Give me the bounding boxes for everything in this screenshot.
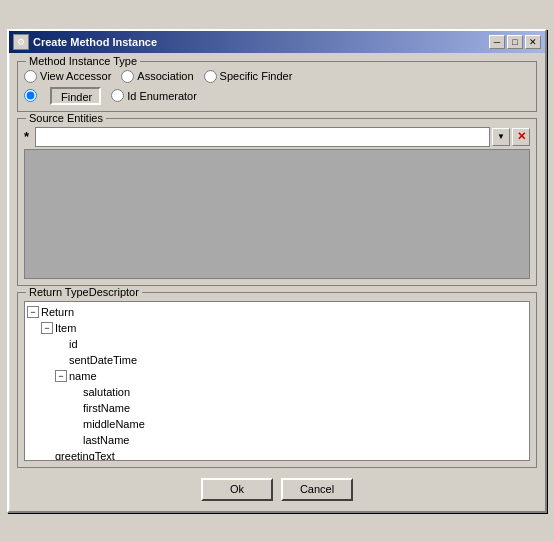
window-icon: ⚙ [13, 34, 29, 50]
window-body: Method Instance Type View Accessor Assoc… [9, 53, 545, 511]
tree-node: lastName [27, 432, 527, 448]
tree-node[interactable]: −name [27, 368, 527, 384]
tree-node-label: firstName [83, 400, 130, 416]
entities-delete-button[interactable]: ✕ [512, 128, 530, 146]
radio-view-accessor-input[interactable] [24, 70, 37, 83]
radio-id-enumerator-input[interactable] [111, 89, 124, 102]
create-method-instance-dialog: ⚙ Create Method Instance ─ □ ✕ Method In… [7, 29, 547, 513]
radio-specific-finder-input[interactable] [204, 70, 217, 83]
radio-specific-finder[interactable]: Specific Finder [204, 70, 293, 83]
radio-row-2: Finder Id Enumerator [24, 87, 530, 105]
radio-id-enumerator-label: Id Enumerator [127, 90, 197, 102]
tree-node[interactable]: −Item [27, 320, 527, 336]
tree-node-label: salutation [83, 384, 130, 400]
source-entities-label: Source Entities [26, 112, 106, 124]
maximize-button[interactable]: □ [507, 35, 523, 49]
tree-toggle-icon[interactable]: − [41, 322, 53, 334]
source-entities-group: Source Entities * ▼ ✕ [17, 118, 537, 286]
window-title: Create Method Instance [33, 36, 157, 48]
title-buttons: ─ □ ✕ [489, 35, 541, 49]
ok-button[interactable]: Ok [201, 478, 273, 501]
tree-toggle-icon[interactable]: − [55, 370, 67, 382]
tree-node: firstName [27, 400, 527, 416]
entities-row: * ▼ ✕ [24, 127, 530, 147]
radio-finder-input[interactable] [24, 89, 37, 102]
tree-toggle-icon[interactable]: − [27, 306, 39, 318]
title-bar-left: ⚙ Create Method Instance [13, 34, 157, 50]
chevron-down-icon: ▼ [497, 132, 505, 141]
tree-node: sentDateTime [27, 352, 527, 368]
radio-view-accessor-label: View Accessor [40, 70, 111, 82]
entities-input[interactable] [35, 127, 490, 147]
star-indicator: * [24, 129, 29, 144]
tree-node-label: id [69, 336, 78, 352]
radio-association[interactable]: Association [121, 70, 193, 83]
entities-input-wrapper [35, 127, 490, 147]
tree-node-label: Return [41, 304, 74, 320]
delete-icon: ✕ [517, 130, 526, 143]
title-bar: ⚙ Create Method Instance ─ □ ✕ [9, 31, 545, 53]
tree-node-label: lastName [83, 432, 129, 448]
close-button[interactable]: ✕ [525, 35, 541, 49]
finder-button[interactable]: Finder [50, 87, 101, 105]
method-instance-type-group: Method Instance Type View Accessor Assoc… [17, 61, 537, 112]
radio-specific-finder-label: Specific Finder [220, 70, 293, 82]
tree-node-label: Item [55, 320, 76, 336]
bottom-buttons: Ok Cancel [17, 474, 537, 503]
entities-dropdown-button[interactable]: ▼ [492, 128, 510, 146]
minimize-button[interactable]: ─ [489, 35, 505, 49]
tree-node-label: sentDateTime [69, 352, 137, 368]
tree-node-label: middleName [83, 416, 145, 432]
return-type-group: Return TypeDescriptor −Return−Itemidsent… [17, 292, 537, 468]
tree-node: middleName [27, 416, 527, 432]
radio-id-enumerator[interactable]: Id Enumerator [111, 89, 197, 102]
tree-node-label: name [69, 368, 97, 384]
radio-finder[interactable] [24, 89, 40, 102]
radio-row-1: View Accessor Association Specific Finde… [24, 70, 530, 83]
return-type-label: Return TypeDescriptor [26, 286, 142, 298]
tree-node-label: greetingText [55, 448, 115, 461]
tree-node: greetingText [27, 448, 527, 461]
radio-view-accessor[interactable]: View Accessor [24, 70, 111, 83]
tree-area[interactable]: −Return−ItemidsentDateTime−namesalutatio… [24, 301, 530, 461]
tree-node: id [27, 336, 527, 352]
entities-area [24, 149, 530, 279]
radio-association-label: Association [137, 70, 193, 82]
tree-node: salutation [27, 384, 527, 400]
method-instance-type-label: Method Instance Type [26, 55, 140, 67]
tree-node[interactable]: −Return [27, 304, 527, 320]
radio-association-input[interactable] [121, 70, 134, 83]
cancel-button[interactable]: Cancel [281, 478, 353, 501]
